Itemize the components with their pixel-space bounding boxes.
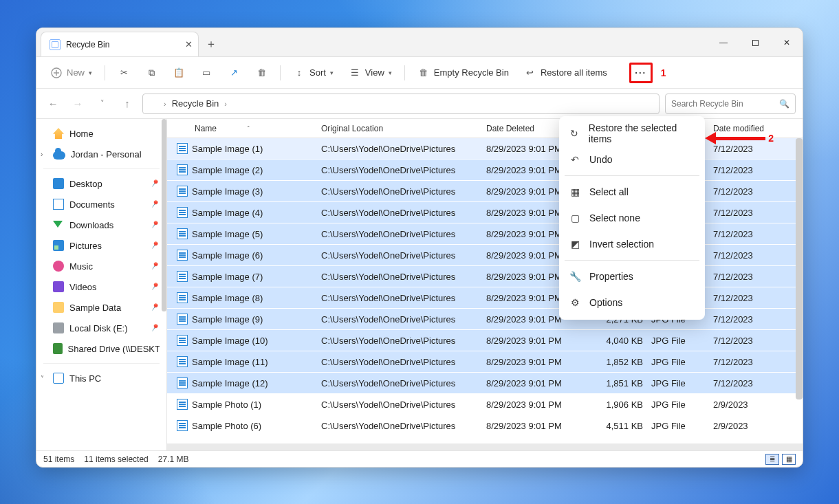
documents-icon xyxy=(53,199,64,210)
search-box[interactable]: 🔍 xyxy=(665,94,796,114)
search-input[interactable] xyxy=(671,99,775,109)
table-row[interactable]: Sample Image (7)C:\Users\Yodel\OneDrive\… xyxy=(167,266,803,287)
minimize-button[interactable]: — xyxy=(708,28,739,57)
menu-properties[interactable]: 🔧Properties xyxy=(559,263,705,289)
file-icon xyxy=(177,356,188,367)
new-button[interactable]: New ▾ xyxy=(45,62,98,84)
table-row[interactable]: Sample Image (4)C:\Users\Yodel\OneDrive\… xyxy=(167,202,803,223)
table-row[interactable]: Sample Image (8)C:\Users\Yodel\OneDrive\… xyxy=(167,287,803,309)
tab-close-icon[interactable]: ✕ xyxy=(185,39,193,50)
recent-locations-button[interactable]: ˅ xyxy=(93,99,112,108)
sort-button[interactable]: ↕ Sort ▾ xyxy=(287,62,339,84)
col-original-location[interactable]: Original Location xyxy=(317,124,482,133)
forward-button[interactable]: → xyxy=(68,98,87,109)
sidebar-label: Home xyxy=(69,129,94,139)
table-row[interactable]: Sample Image (6)C:\Users\Yodel\OneDrive\… xyxy=(167,245,803,266)
view-toggle: ≣ ▦ xyxy=(765,454,796,465)
status-bar: 51 items 11 items selected 27.1 MB ≣ ▦ xyxy=(36,450,803,467)
expand-icon[interactable]: ˅ xyxy=(41,375,44,382)
share-button[interactable]: ↗ xyxy=(222,62,246,84)
cloud-icon xyxy=(53,151,65,160)
details-view-button[interactable]: ≣ xyxy=(765,454,779,465)
col-name[interactable]: Name˄ xyxy=(173,124,317,133)
sidebar-item-downloads[interactable]: Downloads📍 xyxy=(36,215,166,235)
sort-label: Sort xyxy=(309,67,326,78)
search-icon[interactable]: 🔍 xyxy=(779,99,789,109)
sidebar-item-documents[interactable]: Documents📍 xyxy=(36,194,166,215)
sidebar-item-videos[interactable]: Videos📍 xyxy=(36,276,166,297)
address-bar[interactable]: › Recycle Bin › xyxy=(142,94,660,114)
sidebar-item-music[interactable]: Music📍 xyxy=(36,256,166,276)
copy-button[interactable]: ⧉ xyxy=(140,62,163,84)
sidebar-item-onedrive[interactable]: ›Jordan - Personal xyxy=(36,144,166,164)
delete-button[interactable]: 🗑 xyxy=(250,62,273,84)
scrollbar[interactable] xyxy=(796,138,803,399)
sidebar-item-home[interactable]: Home xyxy=(36,123,166,144)
menu-select-none[interactable]: ▢Select none xyxy=(559,205,705,231)
menu-restore-selected[interactable]: ↻Restore the selected items xyxy=(559,120,705,146)
menu-options[interactable]: ⚙Options xyxy=(559,289,705,316)
view-icon: ☰ xyxy=(349,67,361,79)
restore-all-button[interactable]: ↩ Restore all items xyxy=(519,62,613,84)
menu-undo[interactable]: ↶Undo xyxy=(559,146,705,173)
close-button[interactable]: ✕ xyxy=(771,28,803,57)
recycle-bin-icon xyxy=(149,99,158,109)
menu-select-all[interactable]: ▦Select all xyxy=(559,179,705,205)
back-button[interactable]: ← xyxy=(43,98,63,109)
maximize-button[interactable] xyxy=(739,28,771,57)
sidebar-item-this-pc[interactable]: ˅This PC xyxy=(36,368,166,388)
sidebar-item-sample[interactable]: Sample Data📍 xyxy=(36,297,166,318)
new-label: New xyxy=(67,67,85,78)
file-size: 1,851 KB xyxy=(585,378,647,388)
file-name: Sample Image (4) xyxy=(192,208,263,218)
separator xyxy=(43,363,160,364)
gear-icon: ⚙ xyxy=(569,297,581,308)
file-icon xyxy=(177,164,188,175)
view-button[interactable]: ☰ View ▾ xyxy=(343,62,397,84)
drive-icon xyxy=(53,322,64,333)
paste-button[interactable]: 📋 xyxy=(167,62,190,84)
file-icon xyxy=(177,228,188,239)
file-date-deleted: 8/29/2023 9:01 PM xyxy=(482,336,585,346)
tab-recycle-bin[interactable]: Recycle Bin ✕ xyxy=(41,32,199,56)
pin-icon: 📍 xyxy=(149,322,162,335)
select-all-icon: ▦ xyxy=(569,186,581,197)
table-row[interactable]: Sample Photo (1)C:\Users\Yodel\OneDrive\… xyxy=(167,394,803,415)
file-location: C:\Users\Yodel\OneDrive\Pictures xyxy=(317,272,482,282)
new-tab-button[interactable]: ＋ xyxy=(199,32,224,56)
file-location: C:\Users\Yodel\OneDrive\Pictures xyxy=(317,229,482,239)
file-date-modified: 7/12/2023 xyxy=(709,186,785,197)
sidebar-item-desktop[interactable]: Desktop📍 xyxy=(36,173,166,194)
table-row[interactable]: Sample Image (2)C:\Users\Yodel\OneDrive\… xyxy=(167,160,803,181)
sidebar-item-shared[interactable]: Shared Drive (\\DESKTOP- xyxy=(36,338,166,359)
separator xyxy=(105,65,105,80)
sort-indicator-icon: ˄ xyxy=(247,125,250,132)
status-count: 51 items xyxy=(43,454,74,464)
sidebar-item-drive-e[interactable]: Local Disk (E:)📍 xyxy=(36,318,166,338)
music-icon xyxy=(53,261,64,272)
rename-button[interactable]: ▭ xyxy=(195,62,218,84)
table-row[interactable]: Sample Image (12)C:\Users\Yodel\OneDrive… xyxy=(167,373,803,394)
downloads-icon xyxy=(53,219,64,230)
cut-button[interactable]: ✂ xyxy=(112,62,135,84)
file-date-modified: 7/12/2023 xyxy=(709,208,785,218)
table-row[interactable]: Sample Image (3)C:\Users\Yodel\OneDrive\… xyxy=(167,181,803,202)
expand-icon[interactable]: › xyxy=(41,151,43,158)
file-location: C:\Users\Yodel\OneDrive\Pictures xyxy=(317,144,482,154)
sidebar-item-pictures[interactable]: Pictures📍 xyxy=(36,235,166,256)
horizontal-scrollbar[interactable] xyxy=(167,443,803,450)
table-row[interactable]: Sample Image (11)C:\Users\Yodel\OneDrive… xyxy=(167,351,803,373)
table-row[interactable]: Sample Image (10)C:\Users\Yodel\OneDrive… xyxy=(167,330,803,351)
up-button[interactable]: ↑ xyxy=(118,98,137,109)
titlebar: Recycle Bin ✕ ＋ — ✕ xyxy=(36,28,803,57)
thumbnails-view-button[interactable]: ▦ xyxy=(782,454,796,465)
empty-recycle-bin-button[interactable]: 🗑 Empty Recycle Bin xyxy=(412,62,514,84)
file-type: JPG File xyxy=(647,336,709,346)
chevron-right-icon: › xyxy=(224,100,227,108)
table-row[interactable]: Sample Image (9)C:\Users\Yodel\OneDrive\… xyxy=(167,309,803,330)
menu-invert-selection[interactable]: ◩Invert selection xyxy=(559,231,705,257)
table-row[interactable]: Sample Image (5)C:\Users\Yodel\OneDrive\… xyxy=(167,223,803,245)
see-more-button[interactable]: ··· xyxy=(629,63,653,83)
table-row[interactable]: Sample Photo (6)C:\Users\Yodel\OneDrive\… xyxy=(167,415,803,437)
sidebar-label: Desktop xyxy=(69,179,102,189)
